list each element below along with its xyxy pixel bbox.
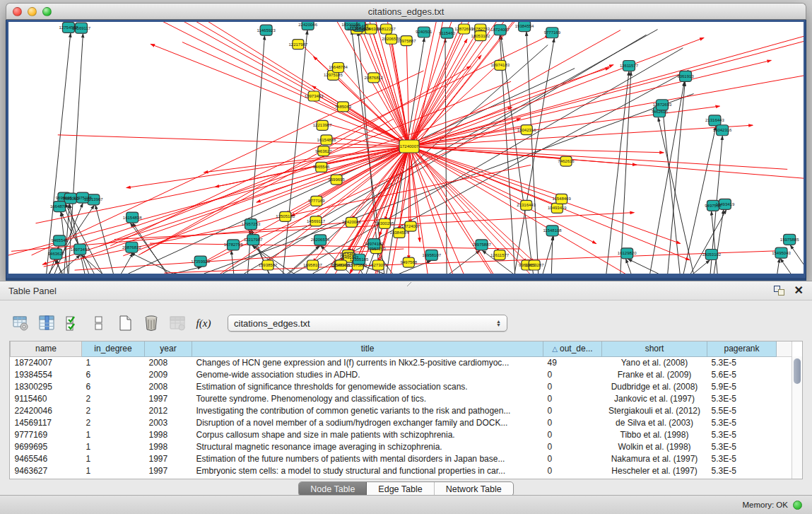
column-header-title[interactable]: title — [192, 341, 543, 356]
delete-table-icon[interactable] — [142, 314, 160, 332]
network-node-label: 16782753 — [471, 27, 490, 31]
deselect-all-icon[interactable] — [90, 314, 108, 332]
column-header-year[interactable]: year — [145, 341, 192, 356]
table-row[interactable]: 946362711997Embryonic stem cells: a mode… — [11, 465, 792, 477]
network-node-label: 18053102 — [702, 252, 721, 257]
network-node-label: 12160493 — [331, 263, 351, 267]
network-node-label: 16812257 — [377, 27, 396, 31]
network-node-label: 12872693 — [653, 103, 672, 107]
network-edge — [663, 110, 681, 274]
zoom-window-button[interactable] — [42, 7, 52, 16]
table-row[interactable]: 977716911998Corpus callosum shape and si… — [11, 428, 792, 440]
network-node-label: 16042316 — [713, 128, 732, 132]
network-node-label: 17957253 — [367, 247, 386, 251]
network-edge — [712, 211, 718, 274]
close-panel-icon[interactable]: ✕ — [794, 286, 804, 296]
network-window-titlebar[interactable]: citations_edges.txt — [6, 3, 806, 20]
network-edge — [61, 212, 96, 274]
network-edge — [409, 146, 527, 262]
table-header-row: namein_degreeyeartitle△out_de...shortpag… — [11, 341, 792, 356]
column-visibility-icon[interactable] — [37, 314, 56, 332]
network-node-label: 20206576 — [311, 238, 330, 242]
network-edge — [689, 210, 726, 274]
network-node-label: 17957253 — [242, 222, 261, 226]
network-node-label: 7462616 — [651, 110, 668, 114]
network-node-label: 15975885 — [348, 263, 367, 267]
network-edge — [204, 94, 694, 274]
network-edge — [291, 146, 409, 216]
column-header-pagerank[interactable]: pagerank — [707, 341, 777, 356]
delete-column-icon[interactable] — [168, 314, 187, 332]
network-node-label: 10493419 — [548, 206, 567, 210]
network-node-label: 22420046 — [298, 23, 317, 27]
network-edge — [780, 259, 793, 274]
network-window-title: citations_edges.txt — [6, 6, 806, 17]
network-node-label: 20876812 — [122, 245, 141, 250]
table-row[interactable]: 911546021997Tourette syndrome. Phenomeno… — [11, 392, 792, 404]
tab-network-table[interactable]: Network Table — [435, 482, 513, 496]
network-node-label: 12505185 — [276, 214, 295, 218]
network-node-label: 10973493 — [71, 247, 90, 252]
tab-node-table[interactable]: Node Table — [299, 482, 367, 496]
table-row[interactable]: 946554611997Estimation of the future num… — [11, 452, 792, 465]
column-header-in_degree[interactable]: in_degree — [82, 341, 145, 356]
network-node-label: 9361913 — [677, 74, 694, 78]
network-node-label: 18724007 — [490, 28, 510, 32]
splitter-grip[interactable] — [406, 282, 412, 286]
network-edge — [445, 39, 447, 274]
table-row[interactable]: 1830029562008Estimation of significance … — [11, 380, 792, 392]
network-node-label: 16042316 — [517, 128, 536, 132]
column-header-name[interactable]: name — [11, 341, 82, 356]
network-node-label: 10974183 — [365, 242, 384, 246]
network-canvas[interactable]: 1872400719384554183002959115460224200461… — [8, 22, 804, 274]
network-node-label: 15495043 — [772, 251, 791, 255]
table-row[interactable]: 2242004622012Investigating the contribut… — [11, 404, 792, 416]
network-node-label: 18724007 — [401, 224, 420, 228]
network-node-label: 10975887 — [472, 243, 491, 247]
float-panel-icon[interactable] — [774, 286, 784, 296]
table-row[interactable]: 1456911722003Disruption of a novel membe… — [11, 416, 792, 428]
network-node-label: 16958107 — [303, 263, 322, 267]
minimize-window-button[interactable] — [28, 7, 37, 16]
table-selector-dropdown[interactable]: citations_edges.txt ▲▼ — [228, 315, 507, 332]
network-node-label: 10493419 — [716, 202, 735, 206]
network-node-label: 18300295 — [375, 221, 394, 226]
network-edge — [626, 259, 632, 274]
table-tab-control: Node TableEdge TableNetwork Table — [298, 481, 513, 496]
table-row[interactable]: 969969511998Structural magnetic resonanc… — [11, 440, 792, 452]
network-node-label: 9465546 — [313, 165, 330, 169]
network-node-label: 10653287 — [525, 263, 544, 267]
network-node-label: 16129820 — [618, 251, 637, 255]
memory-status-icon[interactable] — [793, 501, 802, 510]
table-row[interactable]: 1938455462009Genome-wide association stu… — [11, 368, 792, 380]
network-node-label: 12975185 — [324, 73, 343, 77]
table-scrollbar[interactable] — [792, 356, 802, 479]
network-node-label: 22420046 — [342, 220, 361, 224]
network-edge — [119, 253, 133, 274]
network-node-label: 12217987 — [288, 42, 307, 47]
table-scrollbar-thumb[interactable] — [794, 358, 801, 384]
column-header-filler[interactable] — [777, 341, 792, 356]
network-node-label: 16958107 — [422, 253, 441, 257]
network-edge — [66, 68, 610, 250]
new-table-icon[interactable] — [116, 314, 134, 332]
function-builder-icon[interactable]: f(x) — [194, 314, 213, 332]
network-canvas-frame: 1872400719384554183002959115460224200461… — [6, 20, 806, 281]
network-node-label: 20876812 — [364, 76, 383, 80]
column-header-out_de...[interactable]: △out_de... — [543, 341, 602, 356]
column-header-short[interactable]: short — [602, 341, 707, 356]
tab-edge-table[interactable]: Edge Table — [367, 482, 434, 496]
table-toolbar: f(x) citations_edges.txt ▲▼ — [11, 311, 801, 335]
network-node-label: 15938567 — [259, 263, 278, 267]
table-settings-icon[interactable] — [11, 314, 30, 332]
network-edge — [136, 22, 409, 146]
network-node-label: 7462616 — [558, 159, 575, 163]
select-all-icon[interactable] — [64, 314, 82, 332]
network-node-label: 12505185 — [350, 257, 369, 262]
network-node-label: 9777169 — [308, 199, 325, 203]
network-node-label: 9465546 — [52, 238, 69, 243]
close-window-button[interactable] — [13, 7, 22, 16]
network-node-label: 12975185 — [73, 196, 93, 200]
table-row[interactable]: 1872400712008Changes of HCN gene express… — [11, 356, 792, 368]
network-node-label: 12611577 — [620, 64, 639, 68]
